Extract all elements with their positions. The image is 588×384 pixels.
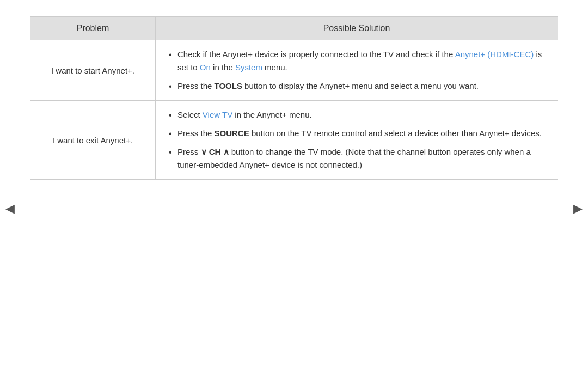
problem-header: Problem [30, 17, 156, 40]
solution-cell-1: Check if the Anynet+ device is properly … [156, 40, 558, 101]
list-item: Press ∨ CH ∧ button to change the TV mod… [167, 145, 547, 172]
system-link: System [235, 63, 262, 72]
table-row: I want to exit Anynet+. Select View TV i… [30, 101, 558, 180]
page-container: ◀ ▶ Problem Possible Solution I want to … [0, 16, 588, 384]
ch-button-text: ∨ CH ∧ [201, 147, 229, 156]
solution-header: Possible Solution [156, 17, 558, 40]
solution-cell-2: Select View TV in the Anynet+ menu. Pres… [156, 101, 558, 180]
anynet-hdmi-cec-link: Anynet+ (HDMI-CEC) [455, 50, 534, 59]
tools-text: TOOLS [215, 81, 242, 90]
nav-arrow-right[interactable]: ▶ [573, 202, 583, 216]
source-text: SOURCE [215, 129, 249, 138]
on-link: On [200, 63, 211, 72]
view-tv-link: View TV [203, 110, 232, 119]
nav-arrow-left[interactable]: ◀ [5, 202, 15, 216]
problem-cell-2: I want to exit Anynet+. [30, 101, 156, 180]
main-table: Problem Possible Solution I want to star… [30, 16, 558, 180]
table-wrapper: Problem Possible Solution I want to star… [30, 16, 558, 180]
problem-cell-1: I want to start Anynet+. [30, 40, 156, 101]
list-item: Check if the Anynet+ device is properly … [167, 48, 547, 74]
list-item: Select View TV in the Anynet+ menu. [167, 108, 547, 121]
list-item: Press the TOOLS button to display the An… [167, 80, 547, 93]
list-item: Press the SOURCE button on the TV remote… [167, 127, 547, 140]
table-row: I want to start Anynet+. Check if the An… [30, 40, 558, 101]
